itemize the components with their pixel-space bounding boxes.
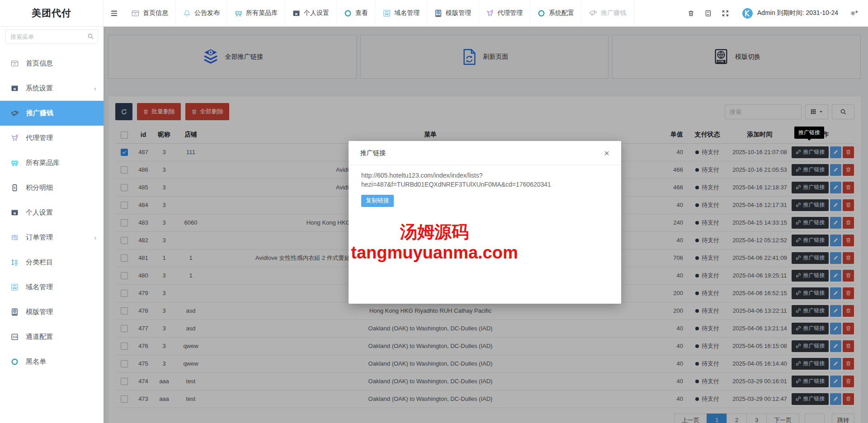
nav-item-home-info[interactable]: 首页信息 xyxy=(124,0,176,26)
food-cart-icon xyxy=(11,159,19,167)
sidebar-item-label: 域名管理 xyxy=(26,283,53,291)
admin-info[interactable]: Admin 到期时间: 2031-10-24 xyxy=(742,8,838,19)
sidebar-item-system-settings[interactable]: 系统设置‹ xyxy=(0,76,104,101)
copy-link-button[interactable]: 复制链接 xyxy=(361,195,394,207)
modal-header: 推广链接 × xyxy=(349,141,621,165)
svg-text:$: $ xyxy=(14,186,16,189)
navbar-right: Admin 到期时间: 2031-10-24 xyxy=(682,0,868,26)
chevron-left-icon: ‹ xyxy=(94,234,96,241)
sidebar-menu: 首页信息系统设置‹推广赚钱代理管理所有菜品库$积分明细个人设置订单管理‹分类栏目… xyxy=(0,51,104,374)
dollar-config-icon: $ xyxy=(11,333,19,341)
nav-item-domain-manage[interactable]: 域名管理 xyxy=(376,0,427,26)
nav-item-label: 系统配置 xyxy=(549,9,574,17)
top-navbar: 美团代付 首页信息公告发布所有菜品库个人设置查看域名管理HTML模版管理代理管理… xyxy=(0,0,868,27)
sidebar-item-label: 黑名单 xyxy=(26,357,46,366)
sidebar: 首页信息系统设置‹推广赚钱代理管理所有菜品库$积分明细个人设置订单管理‹分类栏目… xyxy=(0,27,104,423)
modal-title: 推广链接 xyxy=(360,149,386,157)
nav-item-template-manage[interactable]: HTML模版管理 xyxy=(427,0,479,26)
admin-expiry-label: Admin 到期时间: 2031-10-24 xyxy=(757,9,838,17)
megaphone-badge-icon xyxy=(11,110,19,117)
app-logo: 美团代付 xyxy=(0,0,104,26)
top-nav-tabs: 首页信息公告发布所有菜品库个人设置查看域名管理HTML模版管理代理管理系统配置推… xyxy=(124,0,634,26)
watermark-line1: 汤姆源码 xyxy=(349,222,520,243)
cart-icon xyxy=(486,9,494,17)
modal-body: http://605.hoteltu123.com/index/index/li… xyxy=(349,165,621,212)
nav-item-announcement[interactable]: 公告发布 xyxy=(176,0,227,26)
promo-link-modal: 推广链接 × http://605.hoteltu123.com/index/i… xyxy=(349,141,621,304)
nav-item-agent-manage[interactable]: 代理管理 xyxy=(479,0,530,26)
gears-icon xyxy=(850,10,859,17)
admin-page: { "app": { "logo": "美团代付" }, "navbar": {… xyxy=(0,0,868,423)
promo-url-line1: http://605.hoteltu123.com/index/index/li… xyxy=(361,171,609,180)
nav-item-all-dishes[interactable]: 所有菜品库 xyxy=(227,0,285,26)
ring-icon xyxy=(344,9,352,17)
sidebar-item-all-dishes[interactable]: 所有菜品库 xyxy=(0,150,104,175)
promo-link-tooltip: 推广链接 xyxy=(794,127,824,139)
k-logo-icon xyxy=(742,8,753,19)
cart-icon xyxy=(11,134,19,142)
sidebar-item-label: 积分明细 xyxy=(26,183,53,192)
nav-item-label: 首页信息 xyxy=(143,9,168,17)
sidebar-item-category[interactable]: 分类栏目 xyxy=(0,250,104,275)
wbox-icon xyxy=(11,283,19,291)
sidebar-search xyxy=(5,29,98,44)
menu-search-input[interactable] xyxy=(5,29,98,44)
sidebar-item-label: 推广赚钱 xyxy=(26,109,53,118)
svg-text:HTML: HTML xyxy=(437,14,440,16)
nav-item-label: 推广赚钱 xyxy=(601,9,626,17)
settings-button[interactable] xyxy=(844,0,863,26)
sidebar-item-agent-manage[interactable]: 代理管理 xyxy=(0,126,104,150)
fullscreen-button[interactable] xyxy=(717,0,734,26)
html-doc-icon: HTML xyxy=(11,308,19,316)
svg-text:HTML: HTML xyxy=(13,313,17,315)
trash-icon xyxy=(688,10,694,17)
window-tools-icon xyxy=(11,209,19,216)
sidebar-item-label: 模版管理 xyxy=(26,308,53,316)
wbox-icon xyxy=(383,9,391,17)
sidebar-item-order-manage[interactable]: 订单管理‹ xyxy=(0,225,104,250)
html-doc-icon: HTML xyxy=(434,9,442,17)
browser-icon xyxy=(132,9,139,17)
sidebar-item-points-detail[interactable]: $积分明细 xyxy=(0,175,104,200)
food-cart-icon xyxy=(235,9,242,17)
trash-button[interactable] xyxy=(682,0,699,26)
sidebar-item-label: 个人设置 xyxy=(26,208,53,217)
fullscreen-icon xyxy=(722,10,729,17)
bell-icon xyxy=(183,9,191,17)
sidebar-item-blacklist[interactable]: 黑名单 xyxy=(0,349,104,374)
nav-item-profile[interactable]: 个人设置 xyxy=(285,0,337,26)
sidebar-item-profile[interactable]: 个人设置 xyxy=(0,200,104,225)
nav-item-label: 所有菜品库 xyxy=(246,9,278,17)
order-grid-icon xyxy=(11,234,19,241)
sidebar-item-label: 通道配置 xyxy=(26,333,53,341)
phone-dollar-icon: $ xyxy=(11,184,19,192)
chevron-left-icon: ‹ xyxy=(94,85,96,92)
hamburger-icon xyxy=(110,9,118,17)
nav-item-label: 查看 xyxy=(355,9,368,17)
nav-item-view[interactable]: 查看 xyxy=(337,0,376,26)
sidebar-item-label: 首页信息 xyxy=(26,59,53,68)
nav-item-system-config[interactable]: 系统配置 xyxy=(530,0,582,26)
sidebar-item-label: 订单管理 xyxy=(26,233,53,242)
nav-item-label: 个人设置 xyxy=(304,9,329,17)
sidebar-item-home-info[interactable]: 首页信息 xyxy=(0,51,104,76)
svg-text:$: $ xyxy=(13,335,15,338)
sidebar-item-promo-earn[interactable]: 推广赚钱 xyxy=(0,101,104,126)
sidebar-item-channel-config[interactable]: $通道配置 xyxy=(0,324,104,349)
sidebar-item-template-manage[interactable]: HTML模版管理 xyxy=(0,300,104,324)
promo-url-line2: hezi=487&f=TURBd01EQXdNREF3TUlXUnF0MA&cd… xyxy=(361,180,609,189)
sidebar-item-domain-manage[interactable]: 域名管理 xyxy=(0,275,104,300)
watermark: 汤姆源码 tangmuyuanma.com xyxy=(349,222,520,263)
nav-item-promo-earn[interactable]: 推广赚钱 xyxy=(582,0,634,26)
close-icon[interactable]: × xyxy=(604,149,609,158)
window-tools-icon xyxy=(292,9,300,17)
nav-item-label: 公告发布 xyxy=(194,9,220,17)
browser-icon xyxy=(11,60,19,67)
sidebar-item-label: 分类栏目 xyxy=(26,258,53,267)
ring-icon xyxy=(11,358,19,366)
clear-cache-button[interactable] xyxy=(699,0,717,26)
sidebar-toggle-button[interactable] xyxy=(104,0,124,26)
sidebar-item-label: 系统设置 xyxy=(26,84,53,93)
sidebar-item-label: 所有菜品库 xyxy=(26,159,60,167)
ring-icon xyxy=(538,9,545,17)
